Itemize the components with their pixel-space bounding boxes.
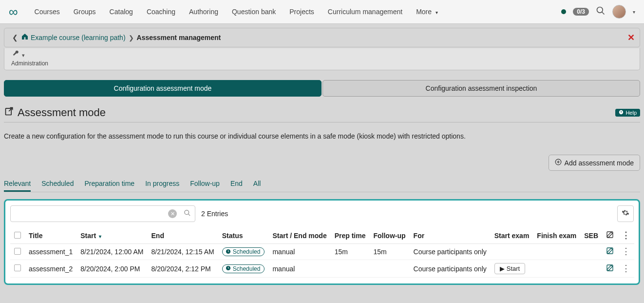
cell-mode: manual <box>268 260 330 278</box>
play-icon: ▶ <box>500 265 505 272</box>
filter-all[interactable]: All <box>253 180 261 192</box>
clear-search-icon[interactable]: ✕ <box>168 209 177 218</box>
back-chevron-icon[interactable]: ❮ <box>9 34 21 41</box>
search-input[interactable] <box>15 206 168 222</box>
col-title[interactable]: Title <box>25 228 76 244</box>
help-label: Help <box>625 110 637 116</box>
page-title: Assessment mode <box>4 106 106 119</box>
svg-point-0 <box>597 7 603 13</box>
breadcrumb: ❮ Example course (learning path) ❯ Asses… <box>4 28 640 47</box>
clipboard-icon <box>4 106 15 119</box>
table-row: assessment_1 8/21/2024, 12:00 AM 8/21/20… <box>10 244 634 260</box>
cell-finish-exam <box>533 260 580 278</box>
svg-line-9 <box>188 214 190 216</box>
nav-more-label: More <box>416 8 432 16</box>
filter-preparation[interactable]: Preparation time <box>84 180 134 192</box>
filter-in-progress[interactable]: In progress <box>145 180 179 192</box>
svg-text:?: ? <box>621 111 623 114</box>
cell-seb <box>580 244 602 260</box>
col-start-end-mode[interactable]: Start / End mode <box>268 228 330 244</box>
status-label: Scheduled <box>233 265 261 272</box>
section-header: Assessment mode ? Help <box>4 106 640 119</box>
breadcrumb-course-link[interactable]: Example course (learning path) <box>29 34 126 41</box>
cell-mode: manual <box>268 244 330 260</box>
row-actions-menu[interactable]: ⋮ <box>622 263 630 273</box>
cell-prep <box>331 260 370 278</box>
nav-curriculum[interactable]: Curriculum management <box>321 8 409 16</box>
nav-courses[interactable]: Courses <box>28 8 67 16</box>
home-icon[interactable] <box>21 33 29 42</box>
start-label: Start <box>507 265 520 272</box>
table-row: assessment_2 8/20/2024, 2:00 PM 8/20/202… <box>10 260 634 278</box>
col-start-exam[interactable]: Start exam <box>491 228 533 244</box>
toolbar-administration[interactable]: ▾ Administration <box>4 48 640 70</box>
nav-coaching[interactable]: Coaching <box>140 8 182 16</box>
col-edit <box>602 228 618 244</box>
kebab-icon: ⋮ <box>622 230 630 240</box>
col-end[interactable]: End <box>148 228 218 244</box>
cell-prep: 15m <box>331 244 370 260</box>
filter-relevant[interactable]: Relevant <box>4 180 31 192</box>
col-status[interactable]: Status <box>218 228 269 244</box>
search-input-wrap: ✕ <box>10 205 195 222</box>
filter-end[interactable]: End <box>230 180 243 192</box>
edit-row-button[interactable] <box>606 265 614 273</box>
table-panel: ✕ 2 Entries Title Start ▾ <box>4 199 640 285</box>
row-checkbox[interactable] <box>14 264 21 271</box>
gear-icon <box>622 209 629 219</box>
message-badge[interactable]: 0/3 <box>573 8 589 16</box>
svg-point-8 <box>185 210 189 215</box>
nav-question-bank[interactable]: Question bank <box>225 8 283 16</box>
status-badge: Scheduled <box>222 264 265 273</box>
col-for[interactable]: For <box>410 228 491 244</box>
nav-authoring[interactable]: Authoring <box>182 8 225 16</box>
col-prep[interactable]: Prep time <box>331 228 370 244</box>
clock-icon <box>226 249 231 255</box>
entries-count: 2 Entries <box>201 210 228 218</box>
nav-more[interactable]: More ▾ <box>409 8 445 16</box>
assessment-table: Title Start ▾ End Status Start / End mod… <box>10 228 634 278</box>
nav-groups[interactable]: Groups <box>67 8 103 16</box>
nav-links: Courses Groups Catalog Coaching Authorin… <box>28 8 445 16</box>
cell-follow <box>369 260 409 278</box>
cell-for: Course participants only <box>410 244 491 260</box>
search-icon[interactable] <box>596 6 606 18</box>
add-button-label: Add assessment mode <box>565 159 634 167</box>
user-menu-caret-icon[interactable]: ▾ <box>633 9 635 15</box>
edit-row-button[interactable] <box>606 248 614 256</box>
table-settings-button[interactable] <box>617 205 634 222</box>
clock-icon <box>226 265 231 272</box>
help-button[interactable]: ? Help <box>615 109 640 117</box>
edit-icon <box>606 232 614 240</box>
help-icon: ? <box>619 110 624 116</box>
select-all-checkbox[interactable] <box>14 232 21 239</box>
admin-label: Administration <box>11 60 633 67</box>
tab-config-mode[interactable]: Configuration assessment mode <box>4 80 322 97</box>
chevron-down-icon: ▾ <box>22 52 28 58</box>
nav-catalog[interactable]: Catalog <box>103 8 140 16</box>
col-seb[interactable]: SEB <box>580 228 602 244</box>
cell-follow: 15m <box>369 244 409 260</box>
sort-desc-icon: ▾ <box>99 234 101 239</box>
start-exam-button[interactable]: ▶Start <box>494 263 525 274</box>
row-checkbox[interactable] <box>14 248 21 255</box>
cell-title: assessment_2 <box>25 260 76 278</box>
add-assessment-mode-button[interactable]: Add assessment mode <box>549 155 640 171</box>
wrench-icon <box>11 50 22 59</box>
close-icon[interactable]: ✕ <box>627 32 635 43</box>
col-follow[interactable]: Follow-up <box>369 228 409 244</box>
cell-start: 8/21/2024, 12:00 AM <box>76 244 147 260</box>
row-actions-menu[interactable]: ⋮ <box>622 246 630 256</box>
avatar[interactable] <box>612 5 626 19</box>
divider <box>4 122 640 122</box>
filter-follow-up[interactable]: Follow-up <box>190 180 220 192</box>
status-dot-icon <box>561 9 566 14</box>
col-finish-exam[interactable]: Finish exam <box>533 228 580 244</box>
tab-config-inspection[interactable]: Configuration assessment inspection <box>322 80 640 97</box>
filter-scheduled[interactable]: Scheduled <box>41 180 74 192</box>
cell-finish-exam <box>533 244 580 260</box>
col-start[interactable]: Start ▾ <box>76 228 147 244</box>
nav-projects[interactable]: Projects <box>283 8 321 16</box>
breadcrumb-separator-icon: ❯ <box>126 34 137 41</box>
search-icon[interactable] <box>180 209 191 218</box>
